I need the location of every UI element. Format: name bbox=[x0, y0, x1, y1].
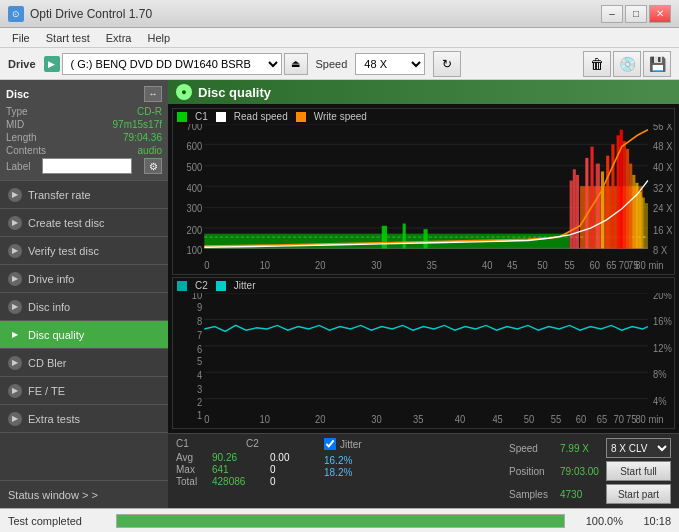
c2-chart-legend: C2 Jitter bbox=[173, 278, 674, 293]
svg-text:56 X: 56 X bbox=[653, 124, 673, 132]
svg-text:600: 600 bbox=[187, 141, 203, 152]
svg-text:9: 9 bbox=[197, 301, 203, 313]
start-part-button[interactable]: Start part bbox=[606, 484, 671, 504]
erase-button[interactable]: 🗑 bbox=[583, 51, 611, 77]
total-row: Total 428086 0 bbox=[176, 476, 300, 487]
nav-create-test-disc[interactable]: ▶ Create test disc bbox=[0, 209, 168, 237]
disc-mid-value: 97m15s17f bbox=[113, 119, 162, 130]
svg-text:12%: 12% bbox=[653, 342, 672, 354]
nav-verify-test-disc[interactable]: ▶ Verify test disc bbox=[0, 237, 168, 265]
svg-text:50: 50 bbox=[537, 259, 548, 270]
svg-text:70: 70 bbox=[613, 413, 624, 425]
nav-fe-te-label: FE / TE bbox=[28, 385, 65, 397]
menu-extra[interactable]: Extra bbox=[98, 30, 140, 46]
jitter-legend-label: Jitter bbox=[234, 280, 256, 291]
avg-row: Avg 90.26 0.00 bbox=[176, 452, 300, 463]
nav-disc-info[interactable]: ▶ Disc info bbox=[0, 293, 168, 321]
svg-rect-40 bbox=[570, 181, 573, 249]
start-full-button[interactable]: Start full bbox=[606, 461, 671, 481]
save-button[interactable]: 💾 bbox=[643, 51, 671, 77]
nav-create-test-disc-label: Create test disc bbox=[28, 217, 104, 229]
svg-text:200: 200 bbox=[187, 224, 203, 235]
svg-text:24 X: 24 X bbox=[653, 203, 673, 214]
nav-disc-quality-icon: ▶ bbox=[8, 328, 22, 342]
svg-text:400: 400 bbox=[187, 182, 203, 193]
close-button[interactable]: ✕ bbox=[649, 5, 671, 23]
disc-label-input[interactable] bbox=[42, 158, 132, 174]
burn-button[interactable]: 💿 bbox=[613, 51, 641, 77]
svg-text:32 X: 32 X bbox=[653, 182, 673, 193]
status-text: Test completed bbox=[8, 515, 108, 527]
nav-fe-te[interactable]: ▶ FE / TE bbox=[0, 377, 168, 405]
nav-cd-bler[interactable]: ▶ CD Bler bbox=[0, 349, 168, 377]
svg-text:55: 55 bbox=[564, 259, 575, 270]
eject-button[interactable]: ⏏ bbox=[284, 53, 308, 75]
svg-text:48 X: 48 X bbox=[653, 141, 673, 152]
content-header: ● Disc quality bbox=[168, 80, 679, 104]
status-window-button[interactable]: Status window > > bbox=[0, 480, 168, 508]
svg-rect-52 bbox=[623, 141, 626, 248]
maximize-button[interactable]: □ bbox=[625, 5, 647, 23]
max-c2-value: 0 bbox=[270, 464, 300, 475]
svg-text:55: 55 bbox=[551, 413, 562, 425]
disc-mid-label: MID bbox=[6, 119, 24, 130]
nav-extra-tests-label: Extra tests bbox=[28, 413, 80, 425]
nav-disc-info-label: Disc info bbox=[28, 301, 70, 313]
app-icon: ⊙ bbox=[8, 6, 24, 22]
svg-text:3: 3 bbox=[197, 383, 203, 395]
clv-select[interactable]: 8 X CLV bbox=[606, 438, 671, 458]
svg-text:35: 35 bbox=[413, 413, 424, 425]
svg-rect-41 bbox=[573, 169, 576, 248]
speed-dropdown[interactable]: 48 X bbox=[355, 53, 425, 75]
refresh-button[interactable]: ↻ bbox=[433, 51, 461, 77]
disc-contents-label: Contents bbox=[6, 145, 46, 156]
c1-chart-svg: 700 600 500 400 300 200 100 56 X 48 X 40… bbox=[173, 124, 674, 271]
nav-drive-info[interactable]: ▶ Drive info bbox=[0, 265, 168, 293]
write-speed-legend-box bbox=[296, 112, 306, 122]
max-c1-value: 641 bbox=[212, 464, 262, 475]
drive-dropdown[interactable]: ( G:) BENQ DVD DD DW1640 BSRB bbox=[62, 53, 282, 75]
svg-text:8 X: 8 X bbox=[653, 245, 668, 256]
svg-text:60: 60 bbox=[589, 259, 600, 270]
disc-swap-button[interactable]: ↔ bbox=[144, 86, 162, 102]
app-title: Opti Drive Control 1.70 bbox=[30, 7, 152, 21]
jitter-checkbox[interactable] bbox=[324, 438, 336, 450]
svg-rect-44 bbox=[585, 158, 588, 248]
nav-transfer-rate[interactable]: ▶ Transfer rate bbox=[0, 181, 168, 209]
avg-c2-value: 0.00 bbox=[270, 452, 300, 463]
content-title: Disc quality bbox=[198, 85, 271, 100]
nav-disc-quality[interactable]: ▶ Disc quality bbox=[0, 321, 168, 349]
svg-text:45: 45 bbox=[492, 413, 503, 425]
speed-label: Speed bbox=[316, 58, 348, 70]
c2-chart-svg: 10 9 8 7 6 5 4 3 2 1 20% 16% 12% bbox=[173, 293, 674, 425]
svg-rect-45 bbox=[591, 147, 594, 249]
disc-settings-button[interactable]: ⚙ bbox=[144, 158, 162, 174]
menu-start-test[interactable]: Start test bbox=[38, 30, 98, 46]
svg-text:7: 7 bbox=[197, 329, 203, 341]
progress-bar-outer bbox=[116, 514, 565, 528]
c2-legend-box bbox=[177, 281, 187, 291]
menu-file[interactable]: File bbox=[4, 30, 38, 46]
menu-help[interactable]: Help bbox=[139, 30, 178, 46]
nav-extra-tests[interactable]: ▶ Extra tests bbox=[0, 405, 168, 433]
minimize-button[interactable]: – bbox=[601, 5, 623, 23]
svg-text:10: 10 bbox=[260, 259, 271, 270]
svg-text:16 X: 16 X bbox=[653, 224, 673, 235]
svg-text:20: 20 bbox=[315, 259, 326, 270]
nav-create-test-disc-icon: ▶ bbox=[8, 216, 22, 230]
nav-transfer-rate-label: Transfer rate bbox=[28, 189, 91, 201]
position-label: Position bbox=[509, 466, 554, 477]
svg-text:0: 0 bbox=[204, 413, 210, 425]
svg-rect-42 bbox=[576, 175, 579, 249]
nav-cd-bler-label: CD Bler bbox=[28, 357, 67, 369]
svg-text:65: 65 bbox=[597, 413, 608, 425]
svg-rect-59 bbox=[645, 203, 648, 248]
read-speed-legend-label: Read speed bbox=[234, 111, 288, 122]
total-c2-value: 0 bbox=[270, 476, 300, 487]
svg-text:65: 65 bbox=[606, 259, 617, 270]
total-c1-value: 428086 bbox=[212, 476, 262, 487]
svg-text:40 X: 40 X bbox=[653, 162, 673, 173]
drive-label: Drive bbox=[8, 58, 36, 70]
max-label: Max bbox=[176, 464, 204, 475]
svg-rect-37 bbox=[382, 226, 387, 249]
